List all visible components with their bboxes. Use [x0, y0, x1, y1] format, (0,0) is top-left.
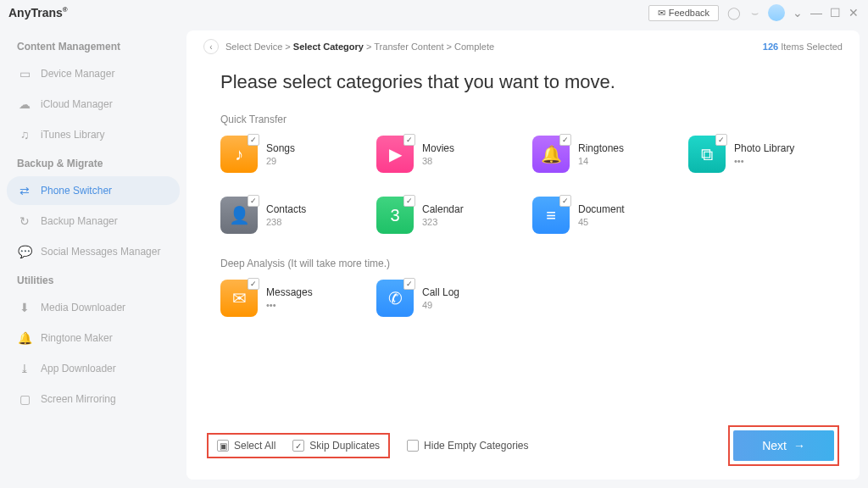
tile-checkbox[interactable]: ✓ — [559, 134, 571, 146]
items-selected-count: 126 Items Selected — [763, 42, 843, 52]
tile-checkbox[interactable]: ✓ — [403, 195, 415, 207]
sidebar-icon: ⬇ — [17, 300, 32, 315]
sidebar-item-label: iTunes Library — [41, 129, 105, 141]
tile-checkbox[interactable]: ✓ — [403, 278, 415, 290]
sidebar-item-ringtone-maker[interactable]: 🔔Ringtone Maker — [7, 324, 180, 352]
category-tile-document[interactable]: ≡✓Document45 — [532, 197, 668, 234]
sidebar-item-label: Phone Switcher — [41, 185, 112, 197]
tile-name: Messages — [266, 286, 313, 298]
sidebar-item-icloud-manager[interactable]: ☁iCloud Manager — [7, 90, 180, 119]
gift-icon[interactable]: ⌣ — [748, 6, 761, 19]
sidebar-item-label: Backup Manager — [41, 215, 118, 227]
skip-duplicates-checkbox[interactable]: ✓Skip Duplicates — [292, 440, 380, 452]
sidebar-item-label: Social Messages Manager — [41, 246, 160, 258]
category-icon: 3✓ — [376, 197, 414, 234]
category-tile-songs[interactable]: ♪✓Songs29 — [220, 136, 356, 173]
next-button[interactable]: Next→ — [733, 430, 834, 461]
tile-info: Document45 — [578, 203, 625, 227]
category-icon: 🔔✓ — [532, 136, 570, 173]
sidebar-item-device-manager[interactable]: ▭Device Manager — [7, 59, 180, 88]
sidebar-icon: ↻ — [17, 214, 32, 229]
hide-empty-checkbox[interactable]: Hide Empty Categories — [407, 440, 528, 452]
tile-info: Calendar323 — [422, 203, 464, 227]
tile-checkbox[interactable]: ✓ — [715, 134, 727, 146]
tile-checkbox[interactable]: ✓ — [248, 195, 259, 207]
tile-count: 38 — [422, 156, 454, 166]
category-tile-contacts[interactable]: 👤✓Contacts238 — [220, 197, 356, 234]
sidebar-item-social-messages-manager[interactable]: 💬Social Messages Manager — [7, 237, 180, 266]
page-title: Please select categories that you want t… — [220, 71, 826, 93]
category-tile-calendar[interactable]: 3✓Calendar323 — [376, 197, 512, 234]
category-tile-messages[interactable]: ✉✓Messages••• — [220, 280, 356, 317]
sidebar: Content Management▭Device Manager☁iCloud… — [0, 25, 186, 488]
tile-count: 238 — [266, 217, 306, 227]
bell-icon[interactable]: ◯ — [727, 6, 741, 19]
category-icon: ♪✓ — [220, 136, 258, 173]
minimize-icon[interactable]: — — [810, 6, 822, 19]
avatar[interactable] — [768, 4, 785, 21]
tile-count: 14 — [578, 156, 624, 166]
tile-info: Ringtones14 — [578, 142, 624, 166]
sidebar-item-app-downloader[interactable]: ⤓App Downloader — [7, 354, 180, 383]
tile-checkbox[interactable]: ✓ — [559, 195, 571, 207]
maximize-icon[interactable]: ☐ — [829, 6, 841, 19]
select-all-checkbox[interactable]: ▣Select All — [217, 440, 275, 452]
sidebar-icon: ⇄ — [17, 183, 32, 198]
sidebar-item-label: Ringtone Maker — [41, 332, 113, 344]
breadcrumb-step[interactable]: Select Device — [225, 42, 282, 52]
sidebar-icon: 🔔 — [17, 330, 32, 346]
chevron-right-icon: > — [364, 42, 374, 52]
sidebar-icon: 💬 — [17, 244, 32, 259]
feedback-button[interactable]: ✉ Feedback — [648, 5, 719, 21]
chevron-right-icon: > — [443, 42, 454, 52]
sidebar-item-media-downloader[interactable]: ⬇Media Downloader — [7, 293, 180, 322]
tile-count: 323 — [422, 217, 464, 227]
sidebar-group-header: Content Management — [7, 34, 180, 58]
sidebar-icon: ⤓ — [17, 361, 32, 376]
tile-count: 49 — [422, 300, 459, 310]
highlighted-options: ▣Select All ✓Skip Duplicates — [207, 433, 390, 458]
tile-checkbox[interactable]: ✓ — [248, 278, 259, 290]
tile-count: 29 — [266, 156, 295, 166]
tile-info: Photo Library••• — [734, 142, 794, 166]
tile-info: Songs29 — [266, 142, 295, 166]
tile-count: 45 — [578, 217, 625, 227]
category-tile-movies[interactable]: ▶✓Movies38 — [376, 136, 512, 173]
breadcrumb-step[interactable]: Complete — [454, 42, 494, 52]
deep-analysis-label: Deep Analysis (It will take more time.) — [220, 258, 826, 269]
breadcrumb-step[interactable]: Transfer Content — [374, 42, 443, 52]
deep-analysis-grid: ✉✓Messages•••✆✓Call Log49 — [220, 280, 826, 317]
chevron-down-icon[interactable]: ⌄ — [792, 6, 804, 19]
tile-count: ••• — [734, 156, 794, 166]
sidebar-item-screen-mirroring[interactable]: ▢Screen Mirroring — [7, 385, 180, 413]
tile-name: Songs — [266, 142, 295, 154]
sidebar-group-header: Backup & Migrate — [7, 151, 180, 175]
tile-name: Contacts — [266, 203, 306, 215]
category-tile-photo-library[interactable]: ⧉✓Photo Library••• — [688, 136, 824, 173]
tile-name: Ringtones — [578, 142, 624, 154]
highlighted-next: Next→ — [728, 425, 839, 466]
category-tile-ringtones[interactable]: 🔔✓Ringtones14 — [532, 136, 668, 173]
back-button[interactable]: ‹ — [203, 39, 219, 54]
chevron-right-icon: > — [282, 42, 293, 52]
breadcrumb: ‹ Select Device > Select Category > Tran… — [186, 30, 860, 63]
sidebar-item-backup-manager[interactable]: ↻Backup Manager — [7, 207, 180, 236]
sidebar-item-label: Screen Mirroring — [41, 393, 116, 405]
sidebar-icon: ♫ — [17, 127, 32, 142]
sidebar-item-itunes-library[interactable]: ♫iTunes Library — [7, 120, 180, 149]
category-tile-call-log[interactable]: ✆✓Call Log49 — [376, 280, 512, 317]
category-icon: ⧉✓ — [688, 136, 726, 173]
tile-info: Call Log49 — [422, 286, 459, 310]
close-icon[interactable]: ✕ — [848, 6, 860, 19]
breadcrumb-step[interactable]: Select Category — [293, 42, 364, 52]
sidebar-item-phone-switcher[interactable]: ⇄Phone Switcher — [7, 176, 180, 205]
content-panel: ‹ Select Device > Select Category > Tran… — [186, 30, 860, 480]
sidebar-item-label: Media Downloader — [41, 302, 125, 313]
tile-name: Calendar — [422, 203, 464, 215]
sidebar-item-label: App Downloader — [41, 363, 116, 374]
tile-name: Call Log — [422, 286, 459, 298]
tile-checkbox[interactable]: ✓ — [248, 134, 259, 146]
tile-checkbox[interactable]: ✓ — [403, 134, 415, 146]
titlebar: AnyTrans® ✉ Feedback ◯ ⌣ ⌄ — ☐ ✕ — [0, 0, 868, 25]
tile-info: Contacts238 — [266, 203, 306, 227]
